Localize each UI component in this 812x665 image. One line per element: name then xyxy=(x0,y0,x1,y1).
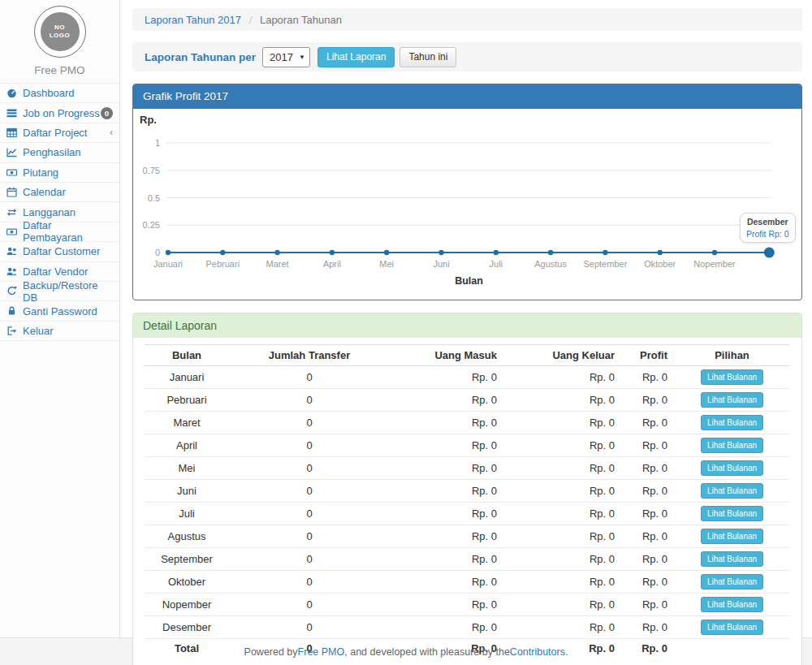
column-header-uang-masuk: Uang Masuk xyxy=(390,345,503,366)
year-select[interactable]: 2017 xyxy=(262,47,310,67)
cell-masuk: Rp. 0 xyxy=(390,548,503,571)
x-tick-label: Agustus xyxy=(534,259,567,269)
sidebar-item-ganti-password[interactable]: Ganti Password xyxy=(0,301,119,321)
data-point-juli[interactable] xyxy=(494,250,499,255)
lock-icon xyxy=(6,305,17,316)
data-point-agustus[interactable] xyxy=(548,250,553,255)
data-point-nopember[interactable] xyxy=(712,250,717,255)
cell-jumlah: 0 xyxy=(229,412,390,434)
lihat-bulanan-button-maret[interactable]: Lihat Bulanan xyxy=(701,415,763,430)
data-point-pebruari[interactable] xyxy=(220,250,225,255)
x-tick-label: Juli xyxy=(490,259,503,269)
data-point-juni[interactable] xyxy=(438,250,443,255)
cell-profit: Rp. 0 xyxy=(621,457,674,480)
cell-masuk: Rp. 0 xyxy=(390,366,503,389)
main-content: Laporan Tahun 2017 / Laporan Tahunan Lap… xyxy=(120,0,812,637)
cell-profit: Rp. 0 xyxy=(621,594,674,616)
sidebar-item-label: Backup/Restore DB xyxy=(23,279,113,304)
retweet-icon xyxy=(6,207,17,218)
sign-out-icon xyxy=(6,326,19,336)
cell-masuk: Rp. 0 xyxy=(390,525,503,548)
data-point-desember[interactable] xyxy=(764,248,775,258)
logo-section: NO LOGO Free PMO xyxy=(0,0,119,84)
lihat-bulanan-button-nopember[interactable]: Lihat Bulanan xyxy=(701,597,763,612)
sidebar-item-calendar[interactable]: Calendar xyxy=(0,183,119,202)
money-icon xyxy=(6,167,19,178)
sidebar-menu: DashboardJob on Progress0Daftar Project‹… xyxy=(0,84,119,341)
cell-bulan: Agustus xyxy=(145,525,229,548)
sidebar-item-dashboard[interactable]: Dashboard xyxy=(0,84,119,103)
lihat-bulanan-button-september[interactable]: Lihat Bulanan xyxy=(701,551,763,567)
calendar-icon xyxy=(6,187,17,197)
cell-masuk: Rp. 0 xyxy=(390,389,503,412)
x-tick-label: Maret xyxy=(266,259,289,269)
cell-pilihan: Lihat Bulanan xyxy=(674,434,790,457)
cell-masuk: Rp. 0 xyxy=(390,434,503,457)
cell-bulan: Maret xyxy=(145,412,229,434)
cell-keluar: Rp. 0 xyxy=(503,366,621,389)
cell-jumlah: 0 xyxy=(229,457,390,480)
lihat-bulanan-button-desember[interactable]: Lihat Bulanan xyxy=(701,620,763,635)
cell-pilihan: Lihat Bulanan xyxy=(674,503,790,525)
lihat-bulanan-button-mei[interactable]: Lihat Bulanan xyxy=(701,460,763,476)
sidebar-item-penghasilan[interactable]: Penghasilan xyxy=(0,143,119,162)
detail-panel: Detail Laporan BulanJumlah TransferUang … xyxy=(132,313,802,665)
sidebar-item-keluar[interactable]: Keluar xyxy=(0,322,119,341)
users-icon xyxy=(6,266,17,277)
cell-bulan: Juli xyxy=(145,503,229,525)
chart-panel: Grafik Profit 2017 00.250.50.751Rp.Janua… xyxy=(132,84,802,300)
cell-jumlah: 0 xyxy=(229,525,390,548)
cell-profit: Rp. 0 xyxy=(621,434,674,457)
cell-masuk: Rp. 0 xyxy=(390,503,503,525)
chevron-left-icon: ‹ xyxy=(110,127,113,137)
data-point-september[interactable] xyxy=(603,250,607,255)
sidebar-item-label: Ganti Password xyxy=(23,305,97,317)
cell-keluar: Rp. 0 xyxy=(503,389,621,412)
sidebar-item-backup-restore-db[interactable]: Backup/Restore DB xyxy=(0,282,119,301)
cell-keluar: Rp. 0 xyxy=(503,503,621,525)
cell-pilihan: Lihat Bulanan xyxy=(674,616,790,639)
data-point-januari[interactable] xyxy=(166,250,171,255)
data-point-maret[interactable] xyxy=(274,250,279,255)
chart-panel-title: Grafik Profit 2017 xyxy=(133,84,801,109)
lihat-bulanan-button-april[interactable]: Lihat Bulanan xyxy=(701,438,763,453)
sidebar-item-label: Piutang xyxy=(23,166,58,179)
table-icon xyxy=(6,127,17,138)
lihat-bulanan-button-juni[interactable]: Lihat Bulanan xyxy=(701,483,763,499)
lihat-bulanan-button-agustus[interactable]: Lihat Bulanan xyxy=(701,529,763,544)
footer-link-contributors[interactable]: Contributors. xyxy=(510,646,568,658)
cell-bulan: Nopember xyxy=(145,594,229,616)
breadcrumb-link-laporan-tahun[interactable]: Laporan Tahun 2017 xyxy=(145,14,241,26)
table-row-september: September0Rp. 0Rp. 0Rp. 0Lihat Bulanan xyxy=(145,548,790,571)
logo-text-line2: LOGO xyxy=(50,32,71,40)
x-tick-label: Oktober xyxy=(644,259,676,269)
sidebar-item-piutang[interactable]: Piutang xyxy=(0,163,119,183)
lihat-bulanan-button-januari[interactable]: Lihat Bulanan xyxy=(701,369,763,385)
column-header-jumlah-transfer: Jumlah Transfer xyxy=(229,345,390,366)
sidebar-item-daftar-pembayaran[interactable]: Daftar Pembayaran xyxy=(0,222,119,242)
cell-bulan: Mei xyxy=(145,457,229,480)
lihat-bulanan-button-oktober[interactable]: Lihat Bulanan xyxy=(701,574,763,589)
cell-keluar: Rp. 0 xyxy=(503,480,621,503)
table-row-juli: Juli0Rp. 0Rp. 0Rp. 0Lihat Bulanan xyxy=(145,503,790,525)
sidebar-item-job-on-progress[interactable]: Job on Progress0 xyxy=(0,103,119,123)
total-cell-bulan: Total xyxy=(145,639,229,659)
cell-pilihan: Lihat Bulanan xyxy=(674,412,790,434)
lihat-bulanan-button-pebruari[interactable]: Lihat Bulanan xyxy=(701,392,763,408)
profit-chart: 00.250.50.751Rp.JanuariPebruariMaretApri… xyxy=(133,109,801,300)
cell-jumlah: 0 xyxy=(229,480,390,503)
data-point-oktober[interactable] xyxy=(658,250,663,255)
data-point-april[interactable] xyxy=(330,250,335,255)
cell-bulan: Januari xyxy=(145,366,229,389)
footer-text-prefix: Powered by xyxy=(244,646,298,658)
x-tick-label: Juni xyxy=(433,259,449,269)
data-point-mei[interactable] xyxy=(384,250,389,255)
sidebar-item-daftar-customer[interactable]: Daftar Customer xyxy=(0,242,119,261)
table-row-desember: Desember0Rp. 0Rp. 0Rp. 0Lihat Bulanan xyxy=(145,616,790,639)
tahun-ini-button[interactable]: Tahun ini xyxy=(400,47,456,67)
cell-bulan: April xyxy=(145,434,229,457)
lihat-bulanan-button-juli[interactable]: Lihat Bulanan xyxy=(701,506,763,521)
lihat-laporan-button[interactable]: Lihat Laporan xyxy=(317,47,395,67)
sidebar-item-daftar-project[interactable]: Daftar Project‹ xyxy=(0,123,119,143)
footer-link-freepmo[interactable]: Free PMO xyxy=(298,646,345,658)
